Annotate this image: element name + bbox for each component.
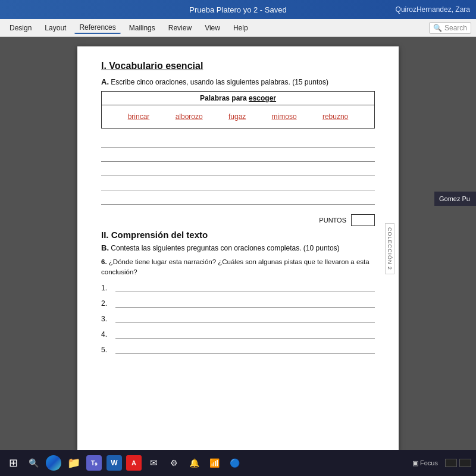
subsection-b: B. Contesta las siguientes preguntas con… — [101, 243, 375, 252]
numbered-line-3: 3. — [101, 314, 375, 323]
word-1: brincar — [128, 112, 150, 121]
taskbar-settings-icon[interactable]: ⚙ — [165, 455, 182, 471]
q6-number: 6. — [101, 258, 107, 265]
answer-line-1[interactable] — [115, 283, 375, 292]
write-line-4[interactable] — [101, 177, 375, 190]
taskbar-mail-icon[interactable]: ✉ — [145, 455, 162, 471]
taskbar-teams-icon[interactable]: T₉ — [86, 455, 102, 471]
menu-references[interactable]: References — [74, 22, 120, 34]
table-header-underline: escoger — [249, 94, 276, 102]
write-line-3[interactable] — [101, 163, 375, 176]
taskbar-wifi-icon[interactable]: 📶 — [206, 455, 223, 471]
q6-text: ¿Dónde tiene lugar esta narración? ¿Cuál… — [101, 258, 369, 275]
numbered-line-1: 1. — [101, 283, 375, 292]
taskbar-edge-icon[interactable] — [45, 455, 62, 471]
write-line-5[interactable] — [101, 192, 375, 205]
menu-bar: Design Layout References Mailings Review… — [0, 19, 476, 37]
taskbar-adobe-icon[interactable]: A — [126, 455, 142, 471]
gomez-panel: Gomez Pu — [434, 192, 476, 206]
gomez-text: Gomez Pu — [439, 195, 470, 202]
word-3: fugaz — [228, 112, 246, 121]
write-line-1[interactable] — [101, 134, 375, 148]
numbered-lines: 1. 2. 3. 4. 5. — [101, 283, 375, 354]
puntos-row: PUNTOS — [101, 214, 375, 226]
puntos-box[interactable] — [351, 214, 375, 226]
focus-label: Focus — [420, 459, 438, 466]
line-num-1: 1. — [101, 284, 111, 292]
numbered-line-4: 4. — [101, 329, 375, 339]
taskbar-right: ▣ Focus — [412, 459, 471, 467]
windows-start-icon[interactable]: ⊞ — [5, 455, 21, 471]
subsection-b-instruction: Contesta las siguientes preguntas con or… — [111, 244, 339, 252]
taskbar-bluetooth-icon[interactable]: 🔵 — [226, 455, 243, 471]
question-6: 6. ¿Dónde tiene lugar esta narración? ¿C… — [101, 257, 375, 278]
search-icon: 🔍 — [433, 24, 442, 32]
taskbar-view-1[interactable] — [445, 459, 457, 467]
user-name: QuirozHernandez, Zara — [396, 5, 470, 14]
numbered-line-2: 2. — [101, 298, 375, 308]
search-box[interactable]: 🔍 Search — [429, 22, 471, 34]
write-lines — [101, 134, 375, 205]
puntos-label: PUNTOS — [319, 217, 346, 224]
answer-line-4[interactable] — [115, 329, 375, 339]
taskbar: ⊞ 🔍 📁 T₉ W A ✉ ⚙ 🔔 📶 🔵 ▣ Focus — [0, 450, 476, 476]
section2-title: II. Comprensión del texto — [101, 230, 375, 240]
line-num-3: 3. — [101, 315, 111, 323]
numbered-line-5: 5. — [101, 345, 375, 354]
word-2: alborozo — [176, 112, 203, 121]
subsection-a-label: A. — [101, 77, 109, 86]
menu-layout[interactable]: Layout — [40, 23, 71, 33]
words-table: Palabras para escoger brincar alborozo f… — [101, 91, 375, 129]
line-num-4: 4. — [101, 330, 111, 339]
menu-design[interactable]: Design — [5, 23, 36, 33]
menu-view[interactable]: View — [200, 23, 225, 33]
write-line-2[interactable] — [101, 149, 375, 162]
word-4: mimoso — [272, 112, 297, 121]
subsection-b-label: B. — [101, 243, 109, 252]
word-5: rebuzno — [322, 112, 348, 121]
taskbar-view-2[interactable] — [459, 459, 471, 467]
taskbar-search-icon[interactable]: 🔍 — [25, 455, 42, 471]
title-bar: Prueba Platero yo 2 - Saved QuirozHernan… — [0, 0, 476, 19]
taskbar-word-icon[interactable]: W — [106, 455, 123, 471]
taskbar-notification-icon[interactable]: 🔔 — [186, 455, 202, 471]
document-page: I. Vocabulario esencial A. Escribe cinco… — [77, 46, 399, 450]
menu-mailings[interactable]: Mailings — [124, 23, 160, 33]
taskbar-explorer-icon[interactable]: 📁 — [65, 455, 82, 471]
answer-line-2[interactable] — [115, 298, 375, 308]
answer-line-5[interactable] — [115, 345, 375, 354]
table-header-text: Palabras para escoger — [200, 94, 276, 102]
side-label: COLECCIÓN 2 — [385, 223, 394, 274]
focus-button[interactable]: ▣ Focus — [412, 459, 438, 467]
menu-review[interactable]: Review — [164, 23, 196, 33]
section1-title: I. Vocabulario esencial — [101, 61, 375, 71]
focus-icon: ▣ — [412, 459, 418, 467]
line-num-5: 5. — [101, 346, 111, 354]
menu-help[interactable]: Help — [228, 23, 253, 33]
document-title: Prueba Platero yo 2 - Saved — [189, 5, 286, 14]
subsection-a-instruction: Escribe cinco oraciones, usando las sigu… — [111, 78, 328, 86]
answer-line-3[interactable] — [115, 314, 375, 323]
section2: II. Comprensión del texto B. Contesta la… — [101, 230, 375, 354]
search-placeholder: Search — [444, 24, 467, 32]
subsection-a: A. Escribe cinco oraciones, usando las s… — [101, 77, 375, 86]
document-area: I. Vocabulario esencial A. Escribe cinco… — [0, 37, 476, 450]
line-num-2: 2. — [101, 299, 111, 308]
